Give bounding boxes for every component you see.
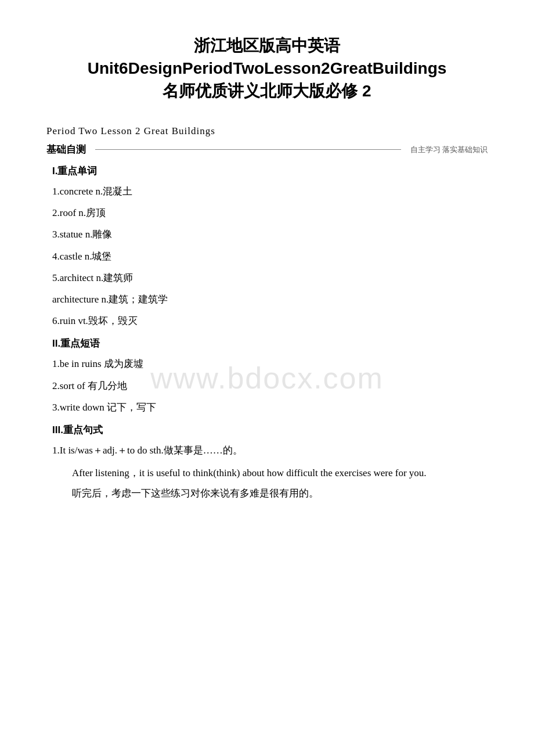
period-line: Period Two Lesson 2 Great Buildings: [46, 125, 488, 137]
vocab-item-2: 2.roof n.房顶: [52, 205, 488, 221]
vocab-item-1: 1.concrete n.混凝土: [52, 183, 488, 199]
vocab-category-label: I.重点单词: [52, 164, 488, 178]
section-title: 基础自测: [46, 143, 91, 156]
vocab-item-7: 6.ruin vt.毁坏，毁灭: [52, 313, 488, 329]
section-header: 基础自测 自主学习 落实基础知识: [46, 143, 488, 156]
page-title-area: 浙江地区版高中英语 Unit6DesignPeriodTwoLesson2Gre…: [46, 35, 488, 102]
title-line2: Unit6DesignPeriodTwoLesson2GreatBuilding…: [46, 59, 488, 78]
phrase-item-1: 1.be in ruins 成为废墟: [52, 356, 488, 372]
phrase-category-label: II.重点短语: [52, 337, 488, 350]
sentence-item-1: 1.It is/was＋adj.＋to do sth.做某事是……的。: [52, 442, 488, 459]
content-area: I.重点单词 1.concrete n.混凝土 2.roof n.房顶 3.st…: [46, 164, 488, 502]
sentence-category-label: III.重点句式: [52, 423, 488, 437]
vocab-item-6: architecture n.建筑；建筑学: [52, 291, 488, 307]
section-subtitle: 自主学习 落实基础知识: [406, 145, 488, 155]
title-line3: 名师优质讲义北师大版必修 2: [46, 80, 488, 102]
example-english: After listening，it is useful to think(th…: [52, 465, 488, 482]
vocab-item-4: 4.castle n.城堡: [52, 249, 488, 264]
phrase-item-2: 2.sort of 有几分地: [52, 378, 488, 394]
section-divider-line: [95, 149, 401, 150]
example-chinese: 听完后，考虑一下这些练习对你来说有多难是很有用的。: [52, 485, 488, 502]
phrase-item-3: 3.write down 记下，写下: [52, 399, 488, 415]
title-line1: 浙江地区版高中英语: [46, 35, 488, 57]
vocab-item-3: 3.statue n.雕像: [52, 226, 488, 242]
vocab-item-5: 5.architect n.建筑师: [52, 270, 488, 286]
